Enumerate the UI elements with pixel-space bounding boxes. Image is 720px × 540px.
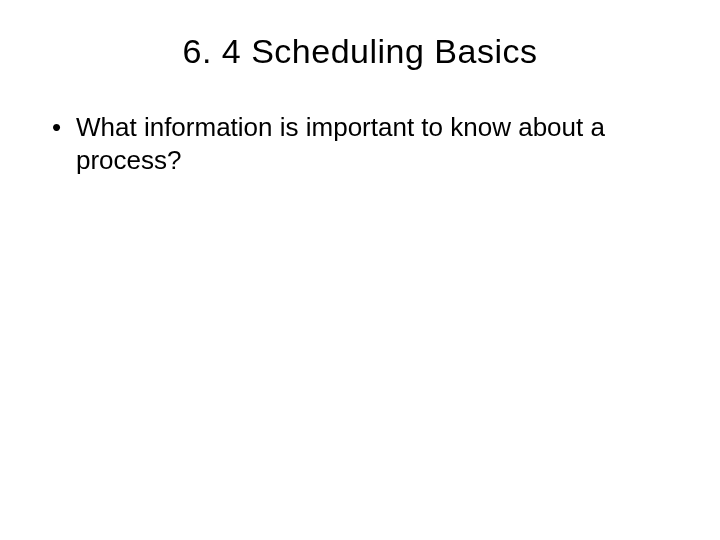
slide-title: 6. 4 Scheduling Basics [40,32,680,71]
bullet-item: What information is important to know ab… [48,111,680,176]
slide-content: What information is important to know ab… [40,111,680,176]
slide-container: 6. 4 Scheduling Basics What information … [0,0,720,540]
bullet-list: What information is important to know ab… [48,111,680,176]
